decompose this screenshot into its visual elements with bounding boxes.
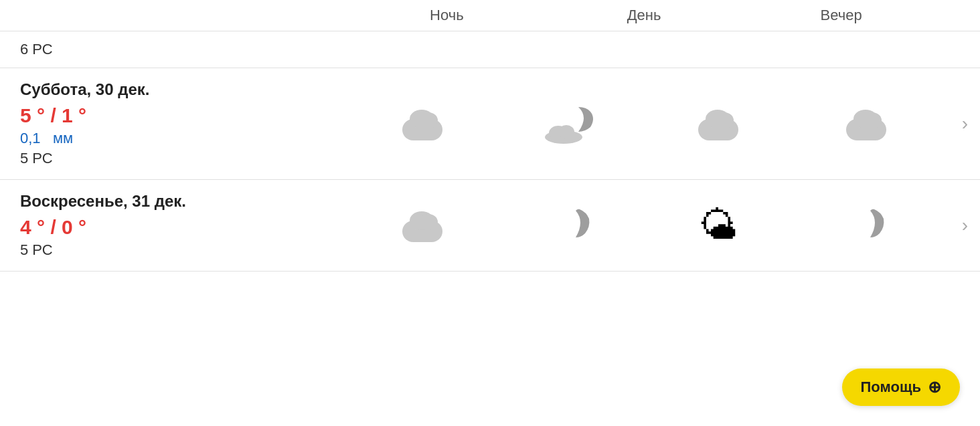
moon-svg2-sunday	[846, 205, 886, 245]
day-precip-saturday: 0,1 мм	[20, 130, 348, 147]
icon-sun-day: 🌤	[688, 202, 748, 249]
chevron-saturday[interactable]: ›	[962, 113, 968, 134]
help-icon: ⊕	[928, 378, 941, 397]
weather-icons-saturday	[348, 100, 980, 147]
icon-sun-dawn	[540, 202, 600, 249]
day-info-sunday: Воскресенье, 31 дек. 4 ° / 0 ° 5 РС	[0, 192, 348, 259]
svg-point-2	[558, 125, 574, 138]
temp-low-sunday: 0 °	[62, 216, 86, 238]
cloud-icon-sat-night	[399, 107, 446, 140]
icon-sun-eve	[836, 202, 896, 249]
day-row-sunday[interactable]: Воскресенье, 31 дек. 4 ° / 0 ° 5 РС 🌤	[0, 180, 980, 272]
cloud-bump2	[715, 112, 734, 128]
icon-sun-night	[392, 202, 453, 249]
icon-sat-eve	[836, 100, 896, 147]
wind-0: 6 РС	[20, 41, 53, 58]
day-wind-saturday: 5 РС	[20, 150, 348, 167]
moon-cloud-svg	[544, 104, 597, 144]
cloud-bump4	[419, 214, 438, 230]
day-wind-sunday: 5 РС	[20, 241, 348, 259]
temp-sep-sunday: /	[50, 216, 56, 238]
cloud-icon-sat-day	[695, 107, 742, 140]
day-temps-sunday: 4 ° / 0 °	[20, 216, 348, 239]
precip-mm-saturday: мм	[53, 130, 73, 146]
day-name-sunday: Воскресенье, 31 дек.	[20, 192, 348, 211]
day-info-saturday: Суббота, 30 дек. 5 ° / 1 ° 0,1 мм 5 РС	[0, 80, 348, 167]
cloud-bump3	[863, 112, 882, 128]
cloud-bump	[419, 112, 438, 128]
day-row-saturday[interactable]: Суббота, 30 дек. 5 ° / 1 ° 0,1 мм 5 РС	[0, 68, 980, 180]
cloud-icon-sun-night	[399, 209, 446, 242]
day-name-saturday: Суббота, 30 дек.	[20, 80, 348, 99]
help-label: Помощь	[861, 379, 921, 396]
icon-sat-day	[688, 100, 748, 147]
moon-svg-sunday	[550, 205, 590, 245]
header-row: Ночь День Вечер	[0, 0, 980, 31]
help-button[interactable]: Помощь ⊕	[842, 368, 960, 406]
header-day: День	[546, 7, 743, 24]
chevron-sunday[interactable]: ›	[962, 215, 968, 236]
day-temps-saturday: 5 ° / 1 °	[20, 104, 348, 127]
icon-sat-night	[392, 100, 453, 147]
icon-sat-dawn	[540, 100, 600, 147]
cloud-icon-sat-eve	[843, 107, 890, 140]
precip-val-saturday: 0,1	[20, 130, 41, 146]
temp-high-sunday: 4 °	[20, 216, 45, 238]
weather-icons-sunday: 🌤	[348, 202, 980, 249]
temp-sep-saturday: /	[50, 104, 56, 126]
temp-high-saturday: 5 °	[20, 104, 45, 126]
temp-low-saturday: 1 °	[62, 104, 86, 126]
header-night: Ночь	[348, 7, 546, 24]
day-row-0: 6 РС	[0, 31, 980, 68]
sun-emoji: 🌤	[699, 206, 738, 245]
header-evening: Вечер	[742, 7, 940, 24]
